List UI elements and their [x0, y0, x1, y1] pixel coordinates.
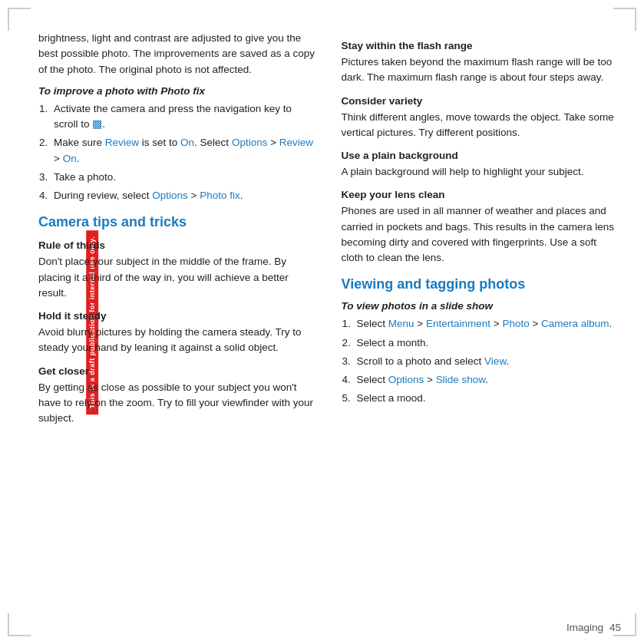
corner-mark-tl — [8, 8, 31, 31]
icon-ref: ▩ — [92, 118, 102, 130]
variety-heading: Consider variety — [342, 95, 622, 107]
photo-fix-steps: Activate the camera and press the naviga… — [51, 101, 319, 204]
photo-fix-heading: To improve a photo with Photo fix — [38, 85, 319, 97]
photo-fix-link: Photo fix — [200, 190, 240, 201]
plain-bg-text: A plain background will help to highligh… — [342, 164, 622, 180]
slide-step-3: Scroll to a photo and select View. — [354, 354, 622, 369]
step-3: Take a photo. — [51, 170, 319, 185]
content-area: brightness, light and contrast are adjus… — [38, 23, 621, 613]
slide-step-1: Select Menu > Entertainment > Photo > Ca… — [354, 316, 622, 332]
options-link1: Options — [232, 137, 268, 148]
corner-mark-bl — [8, 613, 31, 636]
flash-range-heading: Stay within the flash range — [342, 40, 622, 51]
slide-step-5: Select a mood. — [354, 391, 622, 406]
get-closer-text: By getting as close as possible to your … — [38, 380, 319, 427]
footer: Imaging 45 — [566, 622, 621, 633]
review-link2: Review — [279, 137, 313, 148]
step-4: During review, select Options > Photo fi… — [51, 188, 319, 203]
viewing-heading: Viewing and tagging photos — [342, 276, 622, 292]
options-link2: Options — [152, 190, 188, 201]
review-link1: Review — [105, 137, 139, 148]
view-link: View — [484, 355, 506, 367]
flash-range-text: Pictures taken beyond the maximum flash … — [342, 54, 622, 86]
camera-tips-heading: Camera tips and tricks — [38, 214, 319, 230]
hold-steady-text: Avoid blurry pictures by holding the cam… — [38, 325, 319, 356]
rule-of-thirds-text: Don't place your subject in the middle o… — [38, 254, 319, 301]
on-link1: On — [180, 137, 194, 148]
plain-bg-heading: Use a plain background — [342, 150, 622, 161]
get-closer-heading: Get closer — [38, 365, 319, 377]
lens-clean-text: Phones are used in all manner of weather… — [342, 203, 622, 266]
footer-page-number: 45 — [609, 622, 621, 633]
hold-steady-heading: Hold it steady — [38, 310, 319, 322]
lens-clean-heading: Keep your lens clean — [342, 189, 622, 200]
footer-label: Imaging — [566, 622, 603, 633]
slide-step-4: Select Options > Slide show. — [354, 372, 622, 388]
rule-of-thirds-heading: Rule of thirds — [38, 239, 319, 251]
step-2: Make sure Review is set to On. Select Op… — [51, 135, 319, 167]
step-1: Activate the camera and press the naviga… — [51, 101, 319, 133]
camera-album-link: Camera album — [541, 318, 609, 329]
page-container: This is a draft publication for internal… — [0, 0, 644, 644]
photo-link: Photo — [502, 318, 529, 329]
col-right: Stay within the flash range Pictures tak… — [342, 23, 622, 613]
entertainment-link: Entertainment — [426, 318, 490, 329]
on-link2: On — [63, 153, 77, 164]
options-link3: Options — [388, 374, 424, 385]
col-left: brightness, light and contrast are adjus… — [38, 23, 319, 613]
menu-link: Menu — [388, 318, 414, 329]
slide-show-steps: Select Menu > Entertainment > Photo > Ca… — [354, 316, 622, 406]
slide-step-2: Select a month. — [354, 335, 622, 351]
intro-para: brightness, light and contrast are adjus… — [38, 31, 319, 78]
slide-show-link: Slide show — [436, 374, 486, 385]
variety-text: Think different angles, move towards the… — [342, 110, 622, 141]
slide-show-heading: To view photos in a slide show — [342, 300, 622, 312]
